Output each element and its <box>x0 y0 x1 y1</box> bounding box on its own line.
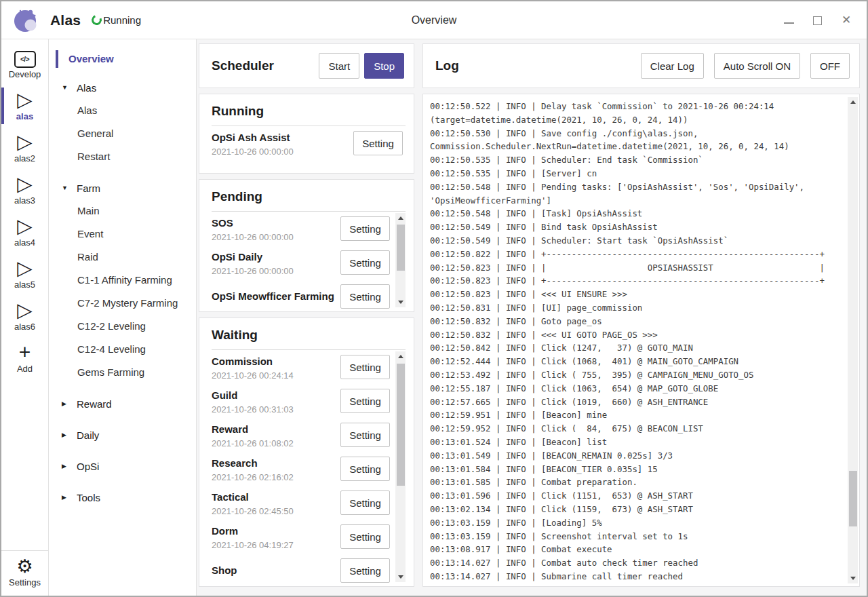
sidebar-profile-alas6[interactable]: ▷alas6 <box>1 295 48 337</box>
profile-label: alas2 <box>14 153 35 163</box>
task-time: 2021-10-26 02:16:02 <box>212 472 340 482</box>
setting-button[interactable]: Setting <box>340 524 390 549</box>
nav-item-event[interactable]: Event <box>56 223 196 246</box>
setting-button[interactable]: Setting <box>353 131 403 155</box>
profile-label: alas3 <box>14 195 35 206</box>
scroll-up-icon[interactable] <box>398 355 403 358</box>
close-icon[interactable]: ✕ <box>841 15 852 26</box>
play-icon: ▷ <box>17 174 32 194</box>
profile-label: alas <box>16 111 33 121</box>
task-name: OpSi Daily <box>212 250 340 263</box>
stop-button[interactable]: Stop <box>364 53 404 79</box>
profile-list: ▷alas▷alas2▷alas3▷alas4▷alas5▷alas6 <box>1 85 48 337</box>
task-name: Tactical <box>212 490 340 503</box>
nav-item-c1-1-affinity-farming[interactable]: C1-1 Affinity Farming <box>56 269 196 292</box>
log-column: Log Clear Log Auto Scroll ON OFF 00:12:5… <box>422 43 860 587</box>
task-time: 2021-10-26 04:19:27 <box>212 540 340 550</box>
log-output[interactable]: 00:12:50.522 | INFO | Delay task `Commis… <box>423 97 848 583</box>
log-scrollbar[interactable] <box>848 97 858 583</box>
task-time: 2021-10-26 00:31:03 <box>212 404 340 415</box>
nav-item-overview[interactable]: Overview <box>56 50 196 68</box>
setting-button[interactable]: Setting <box>340 558 390 583</box>
autoscroll-off-button[interactable]: OFF <box>810 53 850 79</box>
scheduler-title: Scheduler <box>212 58 319 73</box>
task-item: Reward2021-10-26 01:08:02Setting <box>212 418 393 452</box>
running-list: OpSi Ash Assist2021-10-26 00:00:00Settin… <box>212 126 406 173</box>
sidebar-profile-alas3[interactable]: ▷alas3 <box>1 169 48 211</box>
task-time: 2021-10-26 02:45:50 <box>212 506 340 516</box>
task-info: Dorm2021-10-26 04:19:27 <box>212 523 340 550</box>
task-name: Commission <box>212 355 340 368</box>
scroll-up-icon[interactable] <box>850 100 856 104</box>
nav-group-header-reward[interactable]: ▶Reward <box>56 392 196 415</box>
nav-item-main[interactable]: Main <box>56 199 196 223</box>
profile-label: alas4 <box>14 237 35 248</box>
nav-group-header-opsi[interactable]: ▶OpSi <box>56 455 196 478</box>
sidebar-profile-alas4[interactable]: ▷alas4 <box>1 211 48 253</box>
setting-button[interactable]: Setting <box>340 389 390 413</box>
sidebar-profile-alas2[interactable]: ▷alas2 <box>1 127 48 169</box>
scroll-down-icon[interactable] <box>398 575 403 579</box>
task-item: OpSi Meowfficer FarmingSetting <box>212 280 393 311</box>
nav-item-raid[interactable]: Raid <box>56 246 196 269</box>
nav-item-alas[interactable]: Alas <box>56 99 196 122</box>
sidebar-profile-alas[interactable]: ▷alas <box>1 85 48 127</box>
nav-item-c12-2-leveling[interactable]: C12-2 Leveling <box>56 315 196 338</box>
nav-item-c12-4-leveling[interactable]: C12-4 Leveling <box>56 338 196 361</box>
setting-button[interactable]: Setting <box>340 216 390 241</box>
scrollbar-track[interactable] <box>395 362 406 572</box>
nav-item-general[interactable]: General <box>56 122 196 145</box>
nav-item-gems-farming[interactable]: Gems Farming <box>56 361 196 384</box>
sidebar-item-develop[interactable]: </> Develop <box>1 46 48 85</box>
running-status-label: Running <box>103 14 141 26</box>
autoscroll-on-button[interactable]: Auto Scroll ON <box>714 53 800 79</box>
task-name: Research <box>212 457 340 469</box>
scrollbar-thumb[interactable] <box>397 225 405 271</box>
task-time: 2021-10-26 00:00:00 <box>212 147 353 157</box>
setting-button[interactable]: Setting <box>340 490 390 515</box>
nav-group-label: Daily <box>77 429 99 441</box>
nav-item-c7-2-mystery-farming[interactable]: C7-2 Mystery Farming <box>56 292 196 315</box>
sidebar-item-settings[interactable]: ⚙ Settings <box>1 550 48 596</box>
sidebar-profile-alas5[interactable]: ▷alas5 <box>1 253 48 295</box>
pending-scrollbar[interactable] <box>395 213 406 307</box>
setting-button[interactable]: Setting <box>340 355 390 379</box>
window-body: </> Develop ▷alas▷alas2▷alas3▷alas4▷alas… <box>1 39 867 596</box>
scrollbar-track[interactable] <box>848 107 858 573</box>
clear-log-button[interactable]: Clear Log <box>641 53 704 79</box>
log-header-panel: Log Clear Log Auto Scroll ON OFF <box>422 43 860 88</box>
profile-label: alas6 <box>14 322 35 332</box>
pending-list: SOS2021-10-26 00:00:00SettingOpSi Daily2… <box>212 212 393 311</box>
nav-group-alas: ▼AlasAlasGeneralRestart <box>56 76 196 168</box>
scroll-up-icon[interactable] <box>398 216 403 220</box>
maximize-icon[interactable] <box>813 16 822 25</box>
task-name: Shop <box>212 564 340 577</box>
nav-group-header-alas[interactable]: ▼Alas <box>56 76 196 99</box>
app-window: Alas Running Overview ✕ </> Develop ▷ala… <box>0 0 868 597</box>
chevron-right-icon: ▶ <box>62 463 77 469</box>
nav-group-reward: ▶Reward <box>56 392 196 415</box>
task-column: Scheduler Start Stop Running OpSi Ash As… <box>199 43 414 587</box>
task-item: Research2021-10-26 02:16:02Setting <box>212 452 393 486</box>
start-button[interactable]: Start <box>319 53 359 79</box>
waiting-scrollbar[interactable] <box>395 351 406 582</box>
profile-label: alas5 <box>14 280 35 290</box>
nav-group-header-farm[interactable]: ▼Farm <box>56 176 196 199</box>
scrollbar-thumb[interactable] <box>397 364 405 486</box>
scroll-down-icon[interactable] <box>398 301 403 304</box>
app-title: Alas <box>50 12 81 28</box>
nav-group-header-daily[interactable]: ▶Daily <box>56 423 196 446</box>
scroll-down-icon[interactable] <box>850 577 856 580</box>
setting-button[interactable]: Setting <box>340 423 390 447</box>
setting-button[interactable]: Setting <box>340 457 390 481</box>
chevron-down-icon: ▼ <box>62 185 77 191</box>
minimize-icon[interactable] <box>784 17 794 24</box>
setting-button[interactable]: Setting <box>340 284 390 309</box>
scrollbar-track[interactable] <box>395 223 406 297</box>
nav-item-restart[interactable]: Restart <box>56 145 196 168</box>
scrollbar-thumb[interactable] <box>849 471 857 526</box>
nav-group-header-tools[interactable]: ▶Tools <box>56 486 196 509</box>
sidebar-item-add[interactable]: + Add <box>1 337 48 379</box>
setting-button[interactable]: Setting <box>340 250 390 275</box>
task-time: 2021-10-26 00:00:00 <box>212 266 340 276</box>
